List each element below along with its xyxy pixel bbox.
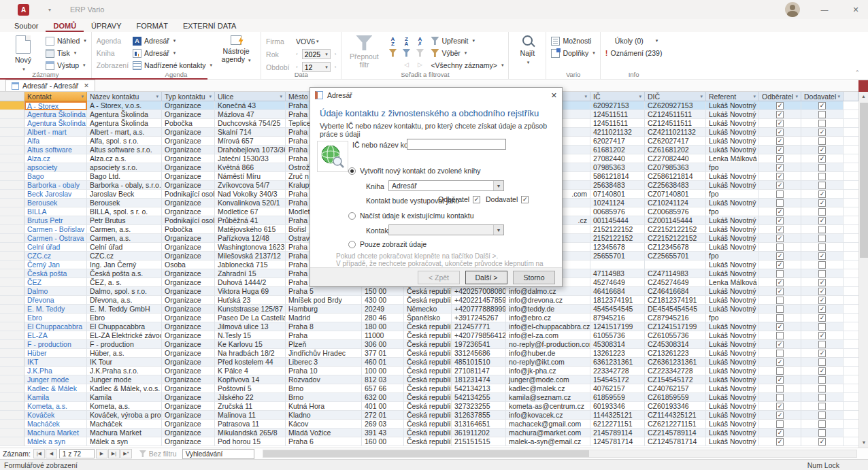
cell-ic[interactable]: 61859559 [590,393,645,402]
cell-email[interactable]: info@huber.de [506,349,590,358]
cell-nazev[interactable]: Kadlec & Málek, v.o.s. [87,384,162,393]
cell-dic[interactable]: CZ13261223 [645,349,706,358]
cell-ulice[interactable]: N.Tesly 15 [215,331,286,340]
cell-kontakt[interactable]: Agentura Školinda Teplice [24,119,87,128]
cell-stat[interactable]: Česká republika [404,402,452,411]
dodavatel-checkbox[interactable] [818,173,826,180]
all-records-select[interactable]: <Všechny záznamy>▾ [431,60,503,71]
cell-dodavatel[interactable] [801,375,844,384]
cell-nazev[interactable]: Agentura Školinda [87,119,162,128]
new-record-nav-button[interactable]: ▶* [120,449,132,458]
cell-kontakt[interactable]: CZC.cz [24,252,87,261]
cell-dic[interactable]: CZ25655701 [645,252,706,261]
cell-dic[interactable] [645,261,706,269]
cell-odberatel[interactable]: ✓ [759,154,801,163]
cell-odberatel[interactable]: ✓ [759,181,801,190]
cell-odberatel[interactable]: ✓ [759,358,801,367]
cell-dodavatel[interactable] [801,429,844,437]
cell-nazev[interactable]: BILLA, spol. s r. o. [87,207,162,216]
cell-ulice[interactable]: Pod horou 15 [215,437,286,446]
cell-nazev[interactable]: Kometa, a.s. [87,402,162,411]
cell-odberatel[interactable]: ✓ [759,207,801,216]
cell-nazev[interactable]: Barborka - obaly, s.r.o. [87,181,162,190]
record-selector[interactable] [0,349,24,358]
dodavatel-checkbox[interactable] [818,323,826,331]
cell-stat[interactable]: Česká republika [404,331,452,340]
cell-mesto[interactable]: Madrid [286,314,362,322]
cell-ulice[interactable]: Milešovská 2137/12 [215,252,286,261]
cell-mesto[interactable]: Praha 8 [286,322,362,331]
cell-stat[interactable]: Česká republika [404,437,452,446]
cell-odberatel[interactable] [759,420,801,429]
column-header-dodavatel[interactable]: Dodavatel▾ [801,92,844,101]
table-row[interactable]: F - productionF - productionOrganizaceKe… [0,340,858,349]
cell-telefon[interactable]: 215151515 [452,437,506,446]
dodavatel-checkbox[interactable]: ✓ [818,367,826,375]
cell-nazev[interactable]: Ebro [87,314,162,322]
cell-ic[interactable]: 6212271151 [590,420,645,429]
cell-referent[interactable]: Lukáš Novotný [706,243,759,252]
cell-referent[interactable]: Lukáš Novotný [706,261,759,269]
cell-stat[interactable]: Česká republika [404,349,452,358]
cell-kontakt[interactable]: Ebro [24,314,87,322]
column-header-typ[interactable]: Typ kontaktu▾ [162,92,215,101]
cell-odberatel[interactable] [759,243,801,252]
menu-tab-form-t[interactable]: FORMÁT [129,20,176,32]
scroll-down-icon[interactable]: ▼ [859,438,868,448]
odberatel-checkbox[interactable]: ✓ [776,235,784,242]
horizontal-scroll-thumb[interactable] [263,450,590,457]
odberatel-checkbox[interactable]: ✓ [776,217,784,224]
record-selector[interactable] [0,163,24,172]
column-filter-icon[interactable]: ▾ [584,94,587,99]
cell-dic[interactable]: CZ62027417 [645,137,706,146]
cell-telefon[interactable]: 542134213 [452,384,506,393]
cell-dic[interactable]: CZ223342728 [645,367,706,375]
cell-stat[interactable]: Česká republika [404,411,452,420]
cell-dodavatel[interactable] [801,163,844,172]
dodavatel-checkbox[interactable]: ✓ [818,155,826,163]
cell-typ[interactable]: Organizace [162,411,215,420]
table-row[interactable]: KamilaKamilaOrganizaceJilského 22Brno632… [0,393,858,402]
cell-dodavatel[interactable]: ✓ [801,252,844,261]
cell-mesto[interactable]: Mníšek pod Brdy [286,296,362,305]
previous-record-button[interactable]: ◀ [46,449,57,458]
cell-psc[interactable]: 272 01 [362,411,404,420]
record-selector[interactable] [0,314,24,322]
record-selector[interactable] [0,269,24,278]
cell-psc[interactable]: 377 01 [362,349,404,358]
dodavatel-checkbox[interactable] [818,208,826,216]
ic-field-input[interactable] [407,139,506,150]
cell-nazev[interactable]: Altus software s.r.o. [87,146,162,154]
cell-nazev[interactable]: E. M. Teddy GmbH [87,305,162,314]
cell-ic[interactable]: 87945216 [590,314,645,322]
cell-referent[interactable]: Lukáš Novotný [706,402,759,411]
cell-kontakt[interactable]: Brutus Petr [24,216,87,225]
column-header-odberatel[interactable]: Odběratel▾ [759,92,801,101]
cell-dodavatel[interactable] [801,234,844,243]
odberatel-checkbox[interactable] [776,332,784,339]
cell-psc[interactable]: 401 00 [362,402,404,411]
cell-kontakt[interactable]: Barborka - obaly [24,181,87,190]
cell-nazev[interactable]: Berousek [87,199,162,207]
dodavatel-checkbox[interactable]: ✓ [818,102,826,110]
cell-psc[interactable]: 150 00 [362,287,404,296]
record-selector[interactable] [0,181,24,190]
cell-telefon[interactable]: +420779856412 [452,331,506,340]
cell-nazev[interactable]: Junger mode [87,375,162,384]
cell-dodavatel[interactable]: ✓ [801,101,844,110]
cell-referent[interactable]: fpo [706,314,759,322]
cancel-button[interactable]: Storno [513,271,555,284]
cell-dodavatel[interactable]: ✓ [801,128,844,137]
cell-ulice[interactable]: Mírová 657 [215,137,286,146]
cell-kontakt[interactable]: Alza.cz [24,154,87,163]
cell-odberatel[interactable]: ✓ [759,437,801,446]
cell-dic[interactable]: CZ1144325121 [645,411,706,420]
cell-email[interactable]: info@jk-pha.cz [506,367,590,375]
cell-ulice[interactable]: Malinova 11 [215,411,286,420]
cell-nazev[interactable]: Alza.cz a.s. [87,154,162,163]
cell-dodavatel[interactable]: ✓ [801,305,844,314]
cell-nazev[interactable]: Kováček, výroba a prodej [87,411,162,420]
column-filter-icon[interactable]: ▾ [81,94,84,99]
odberatel-checkbox[interactable]: ✓ [776,129,784,136]
cell-mesto[interactable]: Hamburg [286,305,362,314]
